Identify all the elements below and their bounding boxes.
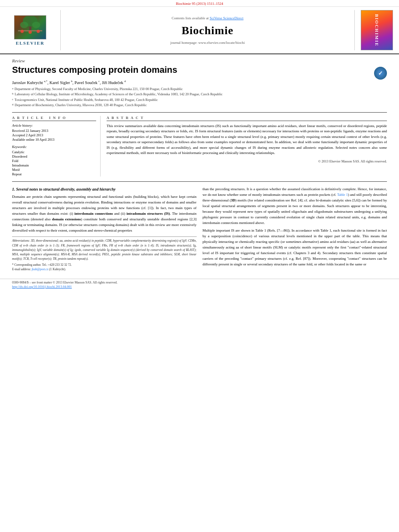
conserved-text: conserved <box>83 248 95 252</box>
svg-point-7 <box>37 30 40 33</box>
body-right-column: than the preceding structures. It is a q… <box>203 187 387 271</box>
title-row: Structures composing protein domains ✓ <box>12 65 387 80</box>
affiliation-d: d Department of Biochemistry, Charles Un… <box>12 103 387 108</box>
main-content: Review Structures composing protein doma… <box>0 54 399 275</box>
elsevier-logo: ELSEVIER <box>14 15 46 45</box>
sciverse-link[interactable]: SciVerse ScienceDirect <box>210 16 243 20</box>
affiliation-a: a Department of Physiology, Second Facul… <box>12 86 387 92</box>
keyword-repeat: Repeat <box>12 172 96 176</box>
journal-citation: Biochimie 95 (2013) 1511–1524 <box>176 2 223 6</box>
contents-line: Contents lists available at SciVerse Sci… <box>172 16 244 20</box>
review-label: Review <box>12 58 387 63</box>
abstract-text: This review summarizes available data co… <box>107 123 387 156</box>
available-online-date: Available online 10 April 2013 <box>12 138 96 142</box>
article-info-abstract-section: A R T I C L E I N F O Article history: R… <box>12 112 387 177</box>
abstract-header: A B S T R A C T <box>107 116 387 121</box>
elsevier-logo-image <box>14 15 46 39</box>
abstract-column: A B S T R A C T This review summarizes a… <box>107 116 387 177</box>
biochimie-cover-image: BIOCHIMIE <box>361 10 393 50</box>
article-info-column: A R T I C L E I N F O Article history: R… <box>12 116 101 177</box>
keyword-disordered: Disordered <box>12 154 96 158</box>
keyword-intradomain: Intradomain <box>12 163 96 167</box>
svg-point-3 <box>20 22 28 28</box>
top-bar: Biochimie 95 (2013) 1511–1524 <box>0 0 399 7</box>
doi-link[interactable]: http://dx.doi.org/10.1016/j.biochi.2013.… <box>12 285 72 289</box>
corresponding-author: * Corresponding author. Tel.: +420 233 3… <box>12 263 197 267</box>
keyword-fold: Fold <box>12 159 96 163</box>
keyword-motif: Motif <box>12 168 96 172</box>
body-para-1: Domains are protein chain segments repre… <box>12 194 197 234</box>
doi-line: http://dx.doi.org/10.1016/j.biochi.2013.… <box>12 285 387 289</box>
keywords-section: Keywords: Catalytic Disordered Fold Intr… <box>12 145 96 176</box>
affiliations: a Department of Physiology, Second Facul… <box>12 86 387 108</box>
body-two-col: 1. Several notes to structural diversity… <box>12 187 387 271</box>
bottom-bar: 0300-9084/$ – see front matter © 2013 El… <box>0 279 399 290</box>
affiliation-b: b Laboratory of Cellular Biology, Instit… <box>12 92 387 97</box>
journal-center-info: Contents lists available at SciVerse Sci… <box>60 10 355 50</box>
elsevier-tree-icon <box>16 16 44 38</box>
table-ref-1[interactable]: Table 1 <box>337 193 348 197</box>
section1-title: 1. Several notes to structural diversity… <box>12 187 197 192</box>
footnotes: Abbreviations: 3D, three-dimensional; aa… <box>12 236 197 271</box>
body-para-2: than the preceding structures. It is a q… <box>203 187 387 226</box>
svg-point-5 <box>21 30 24 33</box>
abbreviations-text: Abbreviations: 3D, three-dimensional; aa… <box>12 238 197 261</box>
journal-header: ELSEVIER Contents lists available at Sci… <box>0 7 399 54</box>
issn-line: 0300-9084/$ – see front matter © 2013 El… <box>12 281 387 284</box>
elsevier-brand-name: ELSEVIER <box>16 41 45 45</box>
elsevier-logo-section: ELSEVIER <box>4 10 56 50</box>
journal-homepage: journal homepage: www.elsevier.com/locat… <box>171 41 245 45</box>
authors-line: Jaroslav Kubrycht a,*, Karel Sigler b, P… <box>12 80 387 85</box>
affiliation-c: c Toxicogenomics Unit, National Institut… <box>12 97 387 103</box>
crossmark-badge[interactable]: ✓ <box>374 67 387 80</box>
article-history-title: Article history: <box>12 123 96 127</box>
accepted-date: Accepted 2 April 2013 <box>12 133 96 137</box>
keyword-catalytic: Catalytic <box>12 150 96 154</box>
section-divider <box>12 181 387 182</box>
article-title: Structures composing protein domains <box>12 65 177 75</box>
copyright-line: © 2013 Elsevier Masson SAS. All rights r… <box>107 159 387 163</box>
article-info-header: A R T I C L E I N F O <box>12 116 96 121</box>
svg-point-4 <box>32 22 40 28</box>
keywords-title: Keywords: <box>12 145 96 149</box>
biochimie-cover: BIOCHIMIE <box>359 10 395 50</box>
body-para-3: Multiple important IS are shown in Table… <box>203 228 387 267</box>
journal-title: Biochimie <box>182 24 234 37</box>
received-date: Received 22 January 2013 <box>12 129 96 133</box>
article-history: Article history: Received 22 January 201… <box>12 123 96 142</box>
svg-point-6 <box>29 31 32 34</box>
email-line: E-mail address: jkub@post.cz (J. Kubrych… <box>12 267 197 271</box>
body-left-column: 1. Several notes to structural diversity… <box>12 187 197 271</box>
